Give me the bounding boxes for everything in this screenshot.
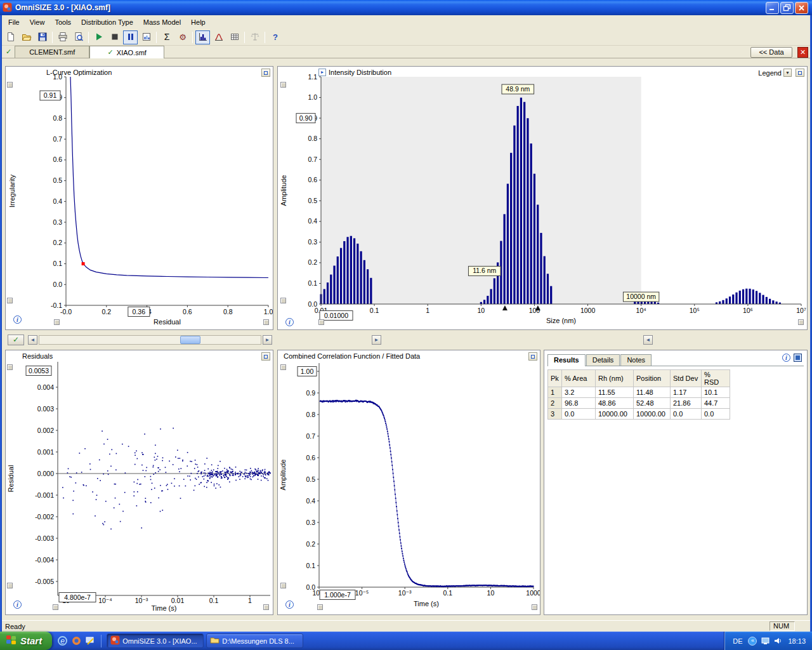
results-row[interactable]: 296.848.8652.4821.8644.7 [548,398,730,409]
results-column-header[interactable]: Rh (nm) [596,370,634,387]
menu-distribution-type[interactable]: Distribution Type [76,17,138,28]
report-button[interactable] [139,30,154,44]
splitter-handle[interactable] [280,583,286,588]
stop-button[interactable] [107,30,122,44]
document-tab-xiao-smf[interactable]: ✓XIAO.smf [89,46,164,58]
splitter-handle[interactable] [280,364,286,370]
apply-button[interactable]: ✓ [8,335,24,345]
results-column-header[interactable]: Std Dev [671,370,702,387]
svg-text:0.0053: 0.0053 [29,367,49,375]
splitter-handle[interactable] [280,298,286,303]
results-column-header[interactable]: Position [634,370,671,387]
display-tray-icon[interactable] [761,637,769,646]
info-icon[interactable]: i [13,600,22,609]
optimal-point-marker[interactable] [82,262,85,265]
menu-view[interactable]: View [25,17,50,28]
splitter-handle[interactable] [318,319,324,325]
results-row[interactable]: 13.211.5511.481.1710.1 [548,387,730,398]
scroll-left-button[interactable]: ◄ [28,335,37,345]
browser-icon[interactable] [71,635,82,646]
help-button[interactable]: ? [268,30,282,44]
sum-button[interactable]: Σ [159,30,174,44]
results-tab-results[interactable]: Results [547,354,586,366]
minimize-button[interactable] [766,2,779,14]
menu-help[interactable]: Help [186,17,211,28]
intensity-distribution-chart[interactable]: 0.00.10.20.30.40.50.60.70.80.91.01.10.01… [278,67,807,329]
scroll-left-button[interactable]: ◄ [643,335,653,345]
info-icon[interactable]: i [285,318,294,326]
restore-button[interactable] [780,2,794,14]
results-tab-notes[interactable]: Notes [620,354,652,366]
pause-button[interactable] [123,30,138,44]
save-button[interactable] [35,30,49,44]
splitter-handle[interactable] [53,604,58,610]
menu-file[interactable]: File [3,17,25,28]
run-button[interactable] [91,30,106,44]
info-icon[interactable]: i [13,315,22,324]
svg-text:0.5: 0.5 [308,197,317,204]
start-label: Start [20,635,42,646]
taskbar-task[interactable]: OmniSIZE 3.0 - [XIAO... [107,633,204,648]
language-indicator[interactable]: DE [731,637,744,646]
splitter-handle[interactable] [54,319,60,325]
results-table[interactable]: Pk% AreaRh (nm)PositionStd Dev% RSD13.21… [547,369,730,420]
correlation-chart[interactable]: 1.00.90.80.70.60.50.40.30.20.10.010⁻⁷10⁻… [278,350,540,614]
splitter-handle[interactable] [263,319,269,325]
close-document-button[interactable]: ✕ [797,47,808,58]
svg-text:?: ? [273,32,278,42]
data-toggle-button[interactable]: << Data [750,47,792,58]
splitter-handle[interactable] [280,82,286,88]
internet-explorer-icon[interactable]: e [57,635,68,646]
distribution-view-button[interactable] [211,30,226,44]
title-bar[interactable]: OmniSIZE 3.0 - [XIAO.smf] [0,0,812,15]
results-column-header[interactable]: % Area [562,370,596,387]
horizontal-scrollbar[interactable] [39,335,261,345]
expand-icon[interactable]: ▸ [318,69,326,76]
info-icon[interactable]: i [285,600,294,609]
legend-dropdown[interactable]: Legend ▼ [758,69,792,77]
start-button[interactable]: Start [0,632,52,650]
info-icon[interactable]: i [782,354,790,362]
splitter-handle[interactable] [798,319,804,325]
histogram-view-button[interactable] [195,30,210,44]
panel-options-button[interactable] [794,354,802,362]
taskbar-task[interactable]: D:\Messungen DLS 8... [206,633,303,648]
close-button[interactable] [795,2,808,14]
menu-mass-model[interactable]: Mass Model [138,17,186,28]
results-tab-details[interactable]: Details [586,354,620,366]
show-desktop-icon[interactable] [85,635,96,646]
print-button[interactable] [55,30,70,44]
results-row[interactable]: 30.010000.0010000.000.00.0 [548,409,730,420]
splitter-handle[interactable] [7,82,13,88]
svg-text:48.9 nm: 48.9 nm [506,85,530,93]
splitter-handle[interactable] [532,604,537,610]
volume-tray-icon[interactable] [773,637,782,646]
splitter-handle[interactable] [7,583,13,588]
document-tab-clement-smf[interactable]: CLEMENT.smf [15,46,89,58]
svg-text:0.4: 0.4 [308,217,317,225]
splitter-handle[interactable] [317,604,323,610]
peak-range-marker[interactable] [502,305,508,310]
scroll-right-button[interactable]: ► [263,335,272,345]
detach-panel-button[interactable] [261,352,270,361]
results-column-header[interactable]: Pk [548,370,562,387]
table-view-button[interactable] [227,30,242,44]
chevron-down-icon[interactable]: ▼ [783,69,792,77]
settings-button[interactable]: ⚙ [175,30,190,44]
new-button[interactable] [3,30,18,44]
splitter-handle[interactable] [7,298,13,303]
detach-panel-button[interactable] [796,69,804,77]
detach-panel-button[interactable] [261,69,270,77]
lcurve-chart[interactable]: 1.00.90.80.70.60.50.40.30.20.10.0-0.1-0.… [6,67,273,329]
results-column-header[interactable]: % RSD [702,370,730,387]
scrollbar-thumb[interactable] [180,336,200,344]
menu-tools[interactable]: Tools [49,17,76,28]
scroll-right-button[interactable]: ► [372,335,381,345]
splitter-handle[interactable] [263,604,269,610]
hide-icons-chevron[interactable]: « [748,637,757,646]
detach-panel-button[interactable] [528,352,537,361]
splitter-handle[interactable] [7,364,13,370]
residuals-chart[interactable]: 0.0040.0030.0020.0010.000-0.001-0.002-0.… [6,350,273,614]
open-button[interactable] [19,30,34,44]
print-preview-button[interactable] [71,30,86,44]
